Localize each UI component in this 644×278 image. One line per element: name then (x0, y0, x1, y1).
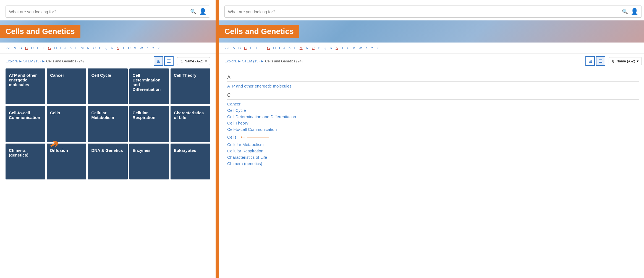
grid-item-atp[interactable]: ATP and other energetic molecules (6, 68, 45, 104)
alpha-s[interactable]: S (116, 45, 120, 51)
alpha-w[interactable]: W (139, 45, 144, 51)
list-item-cellular-respiration[interactable]: Cellular Respiration (227, 148, 639, 154)
r-alpha-s[interactable]: S (335, 45, 339, 51)
r-breadcrumb-explora[interactable]: Explora (224, 59, 237, 63)
grid-item-cells[interactable]: Cells (47, 106, 86, 142)
list-item-cells[interactable]: Cells (227, 134, 236, 140)
right-search-input[interactable] (228, 9, 622, 14)
r-alpha-x[interactable]: X (364, 45, 368, 51)
r-alpha-t[interactable]: T (341, 45, 344, 51)
alpha-d[interactable]: D (30, 45, 34, 51)
alpha-a[interactable]: A (13, 45, 17, 51)
list-section-c: Cancer Cell Cycle Cell Determination and… (227, 101, 639, 167)
alpha-k[interactable]: K (69, 45, 73, 51)
alpha-t[interactable]: T (122, 45, 125, 51)
grid-item-chimera[interactable]: Chimera (genetics) (6, 144, 45, 179)
r-breadcrumb-stem[interactable]: STEM (15) (242, 59, 260, 63)
alpha-h[interactable]: H (53, 45, 57, 51)
left-grid-view-button[interactable]: ⊞ (154, 56, 163, 66)
alpha-v[interactable]: V (133, 45, 137, 51)
left-sort-dropdown[interactable]: ⇅ Name (A-Z) ▾ (177, 57, 210, 65)
r-alpha-y[interactable]: Y (370, 45, 374, 51)
alpha-u[interactable]: U (127, 45, 131, 51)
alpha-z[interactable]: Z (157, 45, 161, 51)
left-view-icons: ⊞ ☰ (154, 56, 174, 66)
r-alpha-a[interactable]: A (232, 45, 236, 51)
grid-item-eukaryotes[interactable]: Eukaryotes (171, 144, 210, 179)
grid-item-cell-theory[interactable]: Cell Theory (171, 68, 210, 104)
grid-item-cell-comm[interactable]: Cell-to-cell Communication ➔ (6, 106, 45, 142)
alpha-x[interactable]: X (145, 45, 150, 51)
alpha-n[interactable]: N (86, 45, 90, 51)
left-user-icon[interactable]: 👤 (199, 8, 206, 15)
grid-item-dna[interactable]: DNA & Genetics (88, 144, 127, 179)
r-alpha-q[interactable]: Q (323, 45, 327, 51)
r-alpha-z[interactable]: Z (376, 45, 380, 51)
right-search-bar[interactable]: 🔍 👤 (224, 6, 642, 18)
alpha-all[interactable]: All (6, 45, 11, 51)
r-alpha-m[interactable]: M (299, 45, 303, 51)
r-alpha-i[interactable]: I (278, 45, 281, 51)
left-search-input[interactable] (9, 9, 190, 14)
grid-item-cellular-metabolism[interactable]: Cellular Metabolism (88, 106, 127, 142)
grid-item-cancer[interactable]: Cancer (47, 68, 86, 104)
alpha-e[interactable]: E (36, 45, 40, 51)
r-alpha-c[interactable]: C (243, 45, 247, 51)
breadcrumb-stem[interactable]: STEM (15) (23, 59, 41, 63)
r-alpha-j[interactable]: J (282, 45, 286, 51)
grid-item-cell-determination[interactable]: Cell Determination and Differentiation (129, 68, 169, 104)
r-alpha-h[interactable]: H (272, 45, 276, 51)
r-alpha-p[interactable]: P (317, 45, 321, 51)
list-item-chimera[interactable]: Chimera (genetics) (227, 160, 639, 167)
r-alpha-u[interactable]: U (346, 45, 350, 51)
right-list-view-button[interactable]: ☰ (596, 56, 605, 66)
list-item-cell-comm[interactable]: Cell-to-cell Communication (227, 126, 639, 133)
alpha-f[interactable]: F (42, 45, 46, 51)
alpha-g[interactable]: G (47, 45, 52, 51)
alpha-j[interactable]: J (64, 45, 67, 51)
r-alpha-r[interactable]: R (329, 45, 333, 51)
alpha-l[interactable]: L (75, 45, 78, 51)
left-grid: ATP and other energetic molecules Cancer… (6, 68, 210, 179)
alpha-b[interactable]: B (19, 45, 23, 51)
list-item-cell-cycle[interactable]: Cell Cycle (227, 107, 639, 113)
breadcrumb-explora[interactable]: Explora (6, 59, 18, 63)
list-item-cancer[interactable]: Cancer (227, 101, 639, 107)
r-alpha-f[interactable]: F (261, 45, 265, 51)
alpha-o[interactable]: O (92, 45, 96, 51)
right-user-icon[interactable]: 👤 (631, 8, 638, 15)
r-alpha-o[interactable]: O (311, 45, 315, 51)
right-grid-view-button[interactable]: ⊞ (585, 56, 595, 66)
r-alpha-d[interactable]: D (249, 45, 253, 51)
r-alpha-e[interactable]: E (255, 45, 259, 51)
left-list-view-button[interactable]: ☰ (164, 56, 174, 66)
right-search-button[interactable]: 🔍 (622, 9, 628, 15)
alpha-y[interactable]: Y (151, 45, 155, 51)
r-alpha-all[interactable]: All (224, 45, 230, 51)
alpha-q[interactable]: Q (104, 45, 108, 51)
list-item-characteristics[interactable]: Characteristics of Life (227, 154, 639, 160)
r-alpha-v[interactable]: V (352, 45, 356, 51)
grid-item-enzymes[interactable]: Enzymes (129, 144, 169, 179)
list-item-atp[interactable]: ATP and other energetic molecules (227, 83, 639, 89)
r-alpha-g[interactable]: G (266, 45, 271, 51)
alpha-r[interactable]: R (110, 45, 114, 51)
r-alpha-l[interactable]: L (294, 45, 297, 51)
grid-item-cellular-respiration[interactable]: Cellular Respiration (129, 106, 169, 142)
grid-item-cell-cycle[interactable]: Cell Cycle (88, 68, 127, 104)
alpha-m[interactable]: M (80, 45, 85, 51)
left-search-bar[interactable]: 🔍 👤 (6, 6, 210, 18)
right-sort-dropdown[interactable]: ⇅ Name (A-Z) ▾ (609, 57, 642, 65)
list-item-cellular-metabolism[interactable]: Cellular Metabolism (227, 141, 639, 148)
alpha-i[interactable]: I (59, 45, 62, 51)
list-item-cell-theory[interactable]: Cell Theory (227, 120, 639, 126)
r-alpha-w[interactable]: W (358, 45, 363, 51)
r-alpha-k[interactable]: K (288, 45, 292, 51)
r-alpha-n[interactable]: N (305, 45, 309, 51)
list-item-cell-determination[interactable]: Cell Determination and Differentiation (227, 113, 639, 120)
alpha-p[interactable]: P (98, 45, 102, 51)
r-alpha-b[interactable]: B (237, 45, 242, 51)
grid-item-characteristics[interactable]: Characteristics of Life (171, 106, 210, 142)
left-search-button[interactable]: 🔍 (190, 9, 196, 15)
alpha-c[interactable]: C (24, 45, 28, 51)
